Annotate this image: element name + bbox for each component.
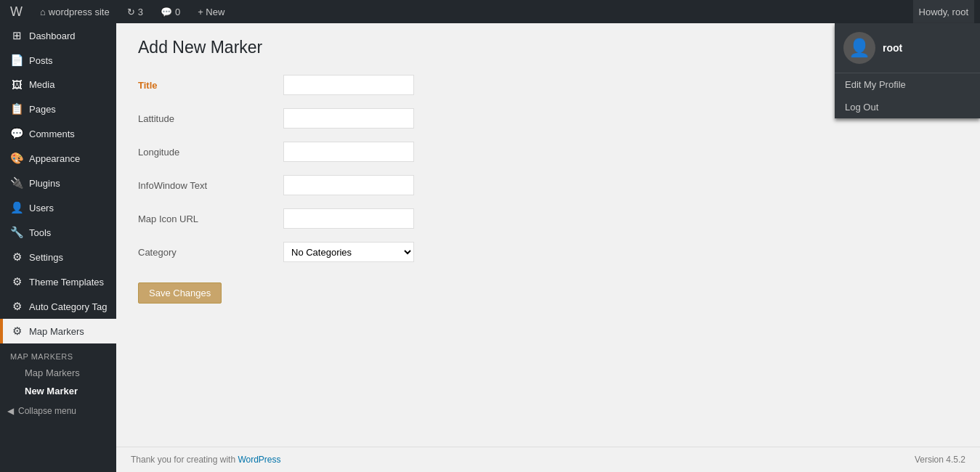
title-input[interactable] <box>283 75 414 95</box>
sidebar-item-label: Theme Templates <box>29 277 104 288</box>
comments-btn[interactable]: 💬 0 <box>156 0 185 23</box>
latitude-row: Lattitude <box>138 108 647 129</box>
posts-icon: 📄 <box>10 54 23 67</box>
map-markers-icon: ⚙ <box>10 325 23 338</box>
comments-icon: 💬 <box>161 7 172 17</box>
settings-icon: ⚙ <box>10 251 23 264</box>
users-icon: 👤 <box>10 201 23 214</box>
title-row: Title <box>138 75 647 95</box>
plugins-icon: 🔌 <box>10 176 23 190</box>
sidebar-sub-new-marker[interactable]: New Marker <box>0 382 116 400</box>
media-icon: 🖼 <box>10 78 23 91</box>
sidebar-item-label: Media <box>29 79 54 90</box>
user-avatar-section: 👤 root <box>835 23 980 73</box>
sidebar-item-pages[interactable]: 📋 Pages <box>0 97 116 121</box>
footer-thank-you: Thank you for creating with WordPress <box>131 455 281 465</box>
latitude-input[interactable] <box>283 108 414 129</box>
sidebar-item-label: Auto Category Tag <box>29 301 107 312</box>
sidebar-section-map-markers: Map Markers <box>0 343 116 364</box>
sidebar: ⊞ Dashboard 📄 Posts 🖼 Media 📋 Pages 💬 Co… <box>0 23 116 472</box>
sidebar-item-label: Tools <box>29 227 51 238</box>
add-marker-form: Title Lattitude Longitude InfoWindow Tex… <box>138 75 647 304</box>
sidebar-item-dashboard[interactable]: ⊞ Dashboard <box>0 23 116 48</box>
new-content-btn[interactable]: + New <box>193 0 229 23</box>
sidebar-item-map-markers[interactable]: ⚙ Map Markers <box>0 319 116 343</box>
map-icon-input[interactable] <box>283 208 414 229</box>
category-row: Category No Categories <box>138 242 647 262</box>
category-select[interactable]: No Categories <box>283 242 414 262</box>
sidebar-item-posts[interactable]: 📄 Posts <box>0 48 116 73</box>
logout-link[interactable]: Log Out <box>835 96 980 118</box>
collapse-label: Collapse menu <box>18 406 76 416</box>
title-label: Title <box>138 80 283 91</box>
howdy-label: Howdy, root <box>919 7 968 17</box>
site-name-label: wordpress site <box>49 7 110 17</box>
auto-category-icon: ⚙ <box>10 300 23 313</box>
sidebar-sub-map-markers[interactable]: Map Markers <box>0 364 116 382</box>
sidebar-item-label: Plugins <box>29 178 60 189</box>
sidebar-item-label: Comments <box>29 129 75 139</box>
collapse-menu-btn[interactable]: ◀ Collapse menu <box>0 400 116 422</box>
sidebar-item-theme-templates[interactable]: ⚙ Theme Templates <box>0 269 116 294</box>
sidebar-item-comments[interactable]: 💬 Comments <box>0 121 116 146</box>
avatar: 👤 <box>843 32 875 64</box>
longitude-input[interactable] <box>283 142 414 162</box>
new-label: + New <box>198 7 224 17</box>
user-dropdown: 👤 root Edit My Profile Log Out <box>835 23 980 118</box>
comments-icon: 💬 <box>10 127 23 140</box>
longitude-label: Longitude <box>138 147 283 158</box>
save-changes-button[interactable]: Save Changes <box>138 282 222 304</box>
infowindow-row: InfoWindow Text <box>138 175 647 195</box>
latitude-label: Lattitude <box>138 113 283 124</box>
appearance-icon: 🎨 <box>10 152 23 165</box>
longitude-row: Longitude <box>138 142 647 162</box>
tools-icon: 🔧 <box>10 226 23 239</box>
footer-wordpress-link[interactable]: WordPress <box>238 455 280 465</box>
comments-count: 0 <box>175 7 180 17</box>
category-label: Category <box>138 247 283 258</box>
sidebar-item-auto-category-tag[interactable]: ⚙ Auto Category Tag <box>0 294 116 319</box>
edit-profile-link[interactable]: Edit My Profile <box>835 73 980 96</box>
site-name-btn[interactable]: ⌂ wordpress site <box>36 0 114 23</box>
collapse-icon: ◀ <box>7 406 14 416</box>
howdy-btn[interactable]: Howdy, root <box>913 0 974 23</box>
sidebar-item-label: Users <box>29 203 54 213</box>
dropdown-username: root <box>883 42 902 54</box>
sidebar-item-label: Appearance <box>29 153 80 164</box>
sidebar-item-users[interactable]: 👤 Users <box>0 195 116 220</box>
sidebar-item-label: Settings <box>29 252 63 263</box>
sidebar-item-label: Posts <box>29 55 53 66</box>
infowindow-input[interactable] <box>283 175 414 195</box>
sidebar-item-settings[interactable]: ⚙ Settings <box>0 245 116 269</box>
sidebar-item-appearance[interactable]: 🎨 Appearance <box>0 146 116 171</box>
home-icon: ⌂ <box>40 7 46 17</box>
footer: Thank you for creating with WordPress Ve… <box>116 447 980 472</box>
theme-templates-icon: ⚙ <box>10 275 23 288</box>
sidebar-item-plugins[interactable]: 🔌 Plugins <box>0 171 116 195</box>
sidebar-item-media[interactable]: 🖼 Media <box>0 73 116 97</box>
updates-icon: ↻ <box>127 7 135 17</box>
updates-btn[interactable]: ↻ 3 <box>123 0 147 23</box>
wp-logo-icon: W <box>10 4 23 20</box>
pages-icon: 📋 <box>10 102 23 115</box>
admin-bar: W ⌂ wordpress site ↻ 3 💬 0 + New Howdy, … <box>0 0 980 23</box>
infowindow-label: InfoWindow Text <box>138 180 283 191</box>
footer-version: Version 4.5.2 <box>915 455 965 465</box>
sidebar-item-label: Dashboard <box>29 30 76 41</box>
wp-logo-btn[interactable]: W <box>6 0 27 23</box>
sidebar-item-tools[interactable]: 🔧 Tools <box>0 220 116 245</box>
map-icon-label: Map Icon URL <box>138 213 283 224</box>
sidebar-item-label: Pages <box>29 104 56 115</box>
updates-count: 3 <box>138 7 143 17</box>
dashboard-icon: ⊞ <box>10 29 23 42</box>
sidebar-item-label: Map Markers <box>29 326 84 337</box>
map-icon-row: Map Icon URL <box>138 208 647 229</box>
